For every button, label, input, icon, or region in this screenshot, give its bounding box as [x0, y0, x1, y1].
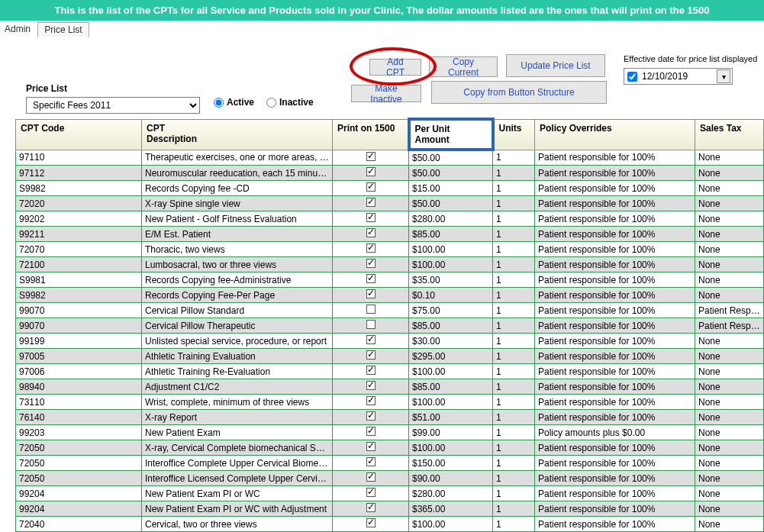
cell-units[interactable]: 1 [493, 272, 535, 288]
cell-cpt-desc[interactable]: X-ray, Cervical Complete biomechanical S… [142, 440, 333, 456]
cell-cpt-desc[interactable]: X-ray Spine single view [142, 196, 333, 211]
cell-units[interactable]: 1 [493, 456, 535, 471]
cell-cpt-code[interactable]: 72050+ [16, 471, 142, 486]
col-policy-overrides[interactable]: Policy Overrides [535, 119, 695, 150]
table-row[interactable]: 72070Thoracic, two views$100.001Patient … [16, 242, 764, 257]
col-per-unit-amount[interactable]: Per Unit Amount [409, 119, 493, 150]
cell-units[interactable]: 1 [493, 517, 535, 532]
cell-per-unit-amount[interactable]: $100.00 [409, 242, 493, 257]
cell-units[interactable]: 1 [493, 364, 535, 379]
print-checkbox[interactable] [366, 167, 376, 176]
cell-units[interactable]: 1 [493, 227, 535, 242]
print-checkbox[interactable] [366, 518, 376, 527]
cell-units[interactable]: 1 [493, 318, 535, 334]
table-row[interactable]: 99202New Patient - Golf Fitness Evaluati… [16, 211, 764, 227]
cell-print-1500[interactable] [333, 471, 409, 486]
print-checkbox[interactable] [366, 381, 376, 390]
table-row[interactable]: S9981Records Copying fee-Administrative$… [16, 272, 764, 288]
cell-print-1500[interactable] [333, 288, 409, 303]
print-checkbox[interactable] [366, 472, 376, 482]
col-units[interactable]: Units [493, 119, 535, 150]
cell-policy[interactable]: Patient responsible for 100% [535, 486, 695, 501]
cell-sales-tax[interactable]: None [695, 166, 764, 181]
cell-policy[interactable]: Policy amounts plus $0.00 [535, 425, 695, 440]
cell-units[interactable]: 1 [493, 303, 535, 318]
cell-units[interactable]: 1 [493, 288, 535, 303]
cell-cpt-code[interactable]: 72020 [16, 196, 142, 211]
cell-cpt-code[interactable]: S9982 [16, 181, 142, 196]
table-row[interactable]: 72100Lumbosacral, two or three views$100… [16, 257, 764, 272]
cell-policy[interactable]: Patient responsible for 100% [535, 395, 695, 410]
print-checkbox[interactable] [366, 411, 376, 421]
cell-cpt-desc[interactable]: Wrist, complete, minimum of three views [142, 395, 333, 410]
inactive-radio-label[interactable]: Inactive [266, 97, 314, 108]
cell-per-unit-amount[interactable]: $100.00 [409, 364, 493, 379]
active-radio-label[interactable]: Active [214, 97, 254, 108]
cell-per-unit-amount[interactable]: $99.00 [409, 425, 493, 440]
cell-cpt-desc[interactable]: Therapeutic exercises, one or more areas… [142, 150, 333, 166]
print-checkbox[interactable] [366, 427, 376, 436]
col-print-1500[interactable]: Print on 1500 [333, 119, 409, 150]
cell-policy[interactable]: Patient responsible for 100% [535, 349, 695, 364]
print-checkbox[interactable] [366, 350, 376, 360]
cell-cpt-code[interactable]: 99203 [16, 425, 142, 440]
cell-policy[interactable]: Patient responsible for 100% [535, 334, 695, 349]
cell-policy[interactable]: Patient responsible for 100% [535, 166, 695, 181]
cell-sales-tax[interactable]: Patient Respons [695, 303, 764, 318]
cell-policy[interactable]: Patient responsible for 100% [535, 517, 695, 532]
cell-policy[interactable]: Patient responsible for 100% [535, 379, 695, 395]
breadcrumb-pricelist[interactable]: Price List [37, 22, 89, 37]
cell-cpt-desc[interactable]: X-ray Report [142, 410, 333, 425]
cell-print-1500[interactable] [333, 150, 409, 166]
cell-cpt-code[interactable]: S9981 [16, 272, 142, 288]
cell-policy[interactable]: Patient responsible for 100% [535, 440, 695, 456]
cell-sales-tax[interactable]: None [695, 456, 764, 471]
print-checkbox[interactable] [366, 320, 376, 329]
print-checkbox[interactable] [366, 274, 376, 283]
table-row[interactable]: 76140X-ray Report$51.001Patient responsi… [16, 410, 764, 425]
effective-date-value[interactable]: 12/10/2019 [640, 70, 709, 82]
cell-per-unit-amount[interactable]: $100.00 [409, 440, 493, 456]
cell-units[interactable]: 1 [493, 242, 535, 257]
cell-cpt-code[interactable]: 97005 [16, 349, 142, 364]
print-checkbox[interactable] [366, 335, 376, 344]
cell-cpt-desc[interactable]: New Patient - Golf Fitness Evaluation [142, 211, 333, 227]
cell-print-1500[interactable] [333, 211, 409, 227]
cell-units[interactable]: 1 [493, 379, 535, 395]
cell-print-1500[interactable] [333, 303, 409, 318]
print-checkbox[interactable] [366, 213, 376, 222]
cell-policy[interactable]: Patient responsible for 100% [535, 211, 695, 227]
cell-per-unit-amount[interactable]: $30.00 [409, 334, 493, 349]
cell-cpt-code[interactable]: 99199 [16, 334, 142, 349]
cell-per-unit-amount[interactable]: $295.00 [409, 349, 493, 364]
cell-policy[interactable]: Patient responsible for 100% [535, 272, 695, 288]
cell-sales-tax[interactable]: None [695, 242, 764, 257]
cell-cpt-desc[interactable]: Interoffice Licensed Complete Upper Cerv… [142, 471, 333, 486]
cell-cpt-desc[interactable]: Cervical Pillow Standard [142, 303, 333, 318]
cell-units[interactable]: 1 [493, 334, 535, 349]
cell-cpt-desc[interactable]: Unlisted special service, procedure, or … [142, 334, 333, 349]
cell-print-1500[interactable] [333, 242, 409, 257]
cell-per-unit-amount[interactable]: $100.00 [409, 395, 493, 410]
table-row[interactable]: 98940Adjustment C1/C2$85.001Patient resp… [16, 379, 764, 395]
cell-units[interactable]: 1 [493, 257, 535, 272]
cell-cpt-desc[interactable]: Records Copying Fee-Per Page [142, 288, 333, 303]
cell-sales-tax[interactable]: None [695, 425, 764, 440]
cell-sales-tax[interactable]: None [695, 288, 764, 303]
table-row[interactable]: 99204New Patient Exam PI or WC$280.001Pa… [16, 486, 764, 501]
calendar-icon[interactable]: ▾ [717, 69, 730, 83]
cell-cpt-desc[interactable]: Athletic Training Evaluation [142, 349, 333, 364]
table-row[interactable]: 97005Athletic Training Evaluation$295.00… [16, 349, 764, 364]
cell-policy[interactable]: Patient responsible for 100% [535, 303, 695, 318]
cell-policy[interactable]: Patient responsible for 100% [535, 288, 695, 303]
cell-print-1500[interactable] [333, 486, 409, 501]
print-checkbox[interactable] [366, 182, 376, 192]
cell-print-1500[interactable] [333, 334, 409, 349]
cell-policy[interactable]: Patient responsible for 100% [535, 242, 695, 257]
cell-sales-tax[interactable]: None [695, 440, 764, 456]
cell-cpt-code[interactable]: 99202 [16, 211, 142, 227]
cell-policy[interactable]: Patient responsible for 100% [535, 471, 695, 486]
cell-per-unit-amount[interactable]: $90.00 [409, 471, 493, 486]
cell-print-1500[interactable] [333, 364, 409, 379]
cell-cpt-code[interactable]: 72070 [16, 242, 142, 257]
